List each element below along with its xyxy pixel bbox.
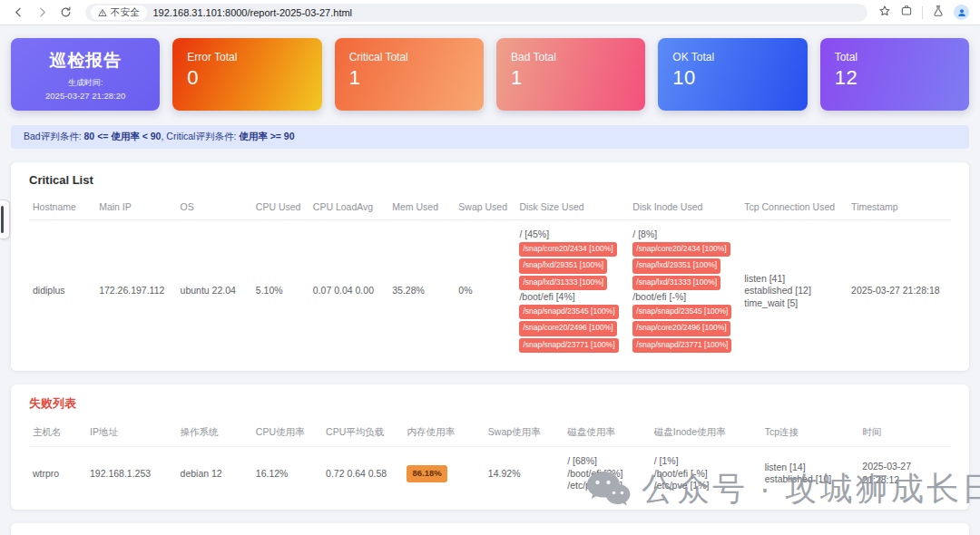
fail-list-title: 失败列表 — [29, 395, 951, 412]
ok-total-card: OK Total 10 — [658, 38, 807, 111]
note-bad-rule: 80 <= 使用率 < 90 — [84, 131, 162, 141]
cell-line: /snap/core20/2434 [100%] — [519, 241, 625, 258]
critical-list-panel: Critical List HostnameMain IPOSCPU UsedC… — [11, 162, 969, 371]
column-header: 磁盘Inode使用率 — [651, 419, 761, 447]
column-header: CPU平均负载 — [322, 419, 403, 447]
stat-label: Critical Total — [349, 51, 469, 63]
table-cell: 86.18% — [403, 447, 484, 499]
cell-line: /snap/core20/2496 [100%] — [519, 320, 625, 337]
note-middle: , Critical评判条件: — [161, 131, 239, 141]
column-header: Tcp连接 — [761, 419, 859, 447]
cell-line: established [10] — [765, 473, 856, 486]
stat-value: 0 — [187, 66, 307, 90]
bookmark-star-icon[interactable] — [878, 5, 891, 21]
back-icon[interactable] — [9, 4, 27, 22]
cell-line: /boot/efi [2%] — [567, 468, 647, 481]
table-cell: 0.72 0.64 0.58 — [322, 447, 403, 499]
error-total-card: Error Total 0 — [172, 38, 321, 111]
column-header: IP地址 — [86, 419, 177, 447]
forward-icon[interactable] — [33, 4, 51, 22]
stat-label: Total — [835, 51, 955, 63]
table-cell: 0% — [455, 220, 515, 361]
cell-line: /snap/snapd/23545 [100%] — [519, 304, 625, 321]
cell-line: /boot/efi [4%] — [519, 291, 625, 304]
stat-label: Bad Total — [511, 51, 631, 63]
success-list-panel: 成功列表 主机名IP地址操作系统CPU使用率CPU平均负载内存使用率Swap使用… — [11, 523, 969, 535]
generated-label: 生成时间: — [68, 77, 103, 89]
column-header: Timestamp — [848, 194, 951, 220]
table-row: wtrpro192.168.1.253debian 1216.12%0.72 0… — [29, 447, 951, 499]
cell-line: /snap/snapd/23545 [100%] — [632, 304, 737, 321]
column-header: CPU LoadAvg — [309, 194, 388, 220]
browser-toolbar: 不安全 192.168.31.101:8000/report-2025-03-2… — [0, 0, 980, 25]
fail-list-panel: 失败列表 主机名IP地址操作系统CPU使用率CPU平均负载内存使用率Swap使用… — [11, 384, 969, 510]
url-text: 192.168.31.101:8000/report-2025-03-27.ht… — [153, 7, 353, 18]
cell-line: /snap/snapd/23771 [100%] — [519, 337, 625, 355]
report-title-card: 巡检报告 生成时间: 2025-03-27 21:28:20 — [11, 38, 160, 111]
security-label: 不安全 — [111, 6, 140, 19]
column-header: OS — [177, 194, 252, 220]
table-cell: / [1%]/boot/efi [-%]/etc/pve [1%] — [651, 447, 761, 499]
mount-badge: /snap/lxd/31333 [100%] — [632, 276, 720, 291]
table-cell: 16.12% — [252, 447, 322, 499]
stat-value: 1 — [511, 66, 631, 90]
report-page: 巡检报告 生成时间: 2025-03-27 21:28:20 Error Tot… — [0, 25, 980, 535]
summary-cards: 巡检报告 生成时间: 2025-03-27 21:28:20 Error Tot… — [11, 38, 969, 111]
column-header: Main IP — [95, 194, 176, 220]
generated-time: 2025-03-27 21:28:20 — [45, 91, 125, 101]
mount-badge: /snap/snapd/23545 [100%] — [632, 305, 731, 320]
cell-line: / [1%] — [654, 455, 758, 468]
side-panel-icon[interactable] — [900, 5, 913, 21]
cell-line: /snap/lxd/29351 [100%] — [632, 258, 737, 275]
table-cell: 192.168.1.253 — [86, 447, 177, 499]
security-chip[interactable]: 不安全 — [91, 5, 147, 20]
stat-label: Error Total — [187, 51, 307, 63]
reload-icon[interactable] — [56, 4, 74, 22]
address-bar[interactable]: 不安全 192.168.31.101:8000/report-2025-03-2… — [85, 4, 867, 22]
column-header: 时间 — [858, 419, 951, 447]
note-critical-rule: 使用率 >= 90 — [239, 131, 294, 141]
cell-line: established [12] — [744, 285, 844, 297]
table-cell: 172.26.197.112 — [95, 220, 176, 361]
mount-badge: /snap/snapd/23771 [100%] — [519, 338, 618, 354]
column-header: Disk Size Used — [515, 194, 629, 220]
mount-badge: /snap/core20/2496 [100%] — [519, 321, 616, 336]
cell-line: listen [41] — [744, 273, 844, 286]
report-title: 巡检报告 — [49, 49, 122, 73]
profile-avatar[interactable] — [954, 5, 969, 20]
mount-badge: /snap/snapd/23771 [100%] — [632, 338, 731, 354]
cell-line: /boot/efi [-%] — [654, 468, 758, 481]
note-prefix: Bad评判条件: — [24, 131, 84, 141]
mount-badge: /snap/core20/2496 [100%] — [632, 321, 730, 336]
table-cell: 2025-03-27 21:28:18 — [848, 220, 951, 361]
cell-line: /etc/pve [1%] — [567, 480, 647, 492]
table-cell: / [45%]/snap/core20/2434 [100%]/snap/lxd… — [515, 220, 629, 361]
column-header: Tcp Connection Used — [740, 194, 848, 220]
stat-value: 12 — [835, 66, 955, 90]
side-pull-tab[interactable] — [0, 199, 10, 239]
cell-line: /snap/core20/2434 [100%] — [632, 241, 737, 258]
mount-badge: /snap/core20/2434 [100%] — [632, 242, 730, 258]
table-cell: 5.10% — [252, 220, 309, 361]
mount-badge: /snap/core20/2434 [100%] — [519, 242, 616, 258]
mount-badge: /snap/lxd/29351 [100%] — [519, 258, 607, 274]
column-header: Mem Used — [388, 194, 455, 220]
cell-line: / [45%] — [519, 229, 625, 241]
pull-tab-handle-icon — [1, 206, 4, 233]
column-header: Disk Inode Used — [629, 194, 740, 220]
toolbar-divider — [922, 6, 923, 19]
column-header: Hostname — [29, 194, 95, 220]
mount-badge: /snap/lxd/29351 [100%] — [632, 258, 720, 274]
critical-total-card: Critical Total 1 — [335, 38, 484, 111]
table-cell: 2025-03-27 21:28:12 — [858, 447, 951, 499]
beaker-icon[interactable] — [932, 5, 945, 21]
cell-line: /etc/pve [1%] — [654, 480, 758, 492]
cell-line: time_wait [5] — [744, 297, 844, 310]
cell-line: / [68%] — [567, 455, 647, 468]
mount-badge: /snap/lxd/31333 [100%] — [519, 276, 607, 291]
column-header: 内存使用率 — [403, 419, 484, 447]
cell-line: /snap/snapd/23771 [100%] — [632, 337, 737, 355]
column-header: Swap使用率 — [485, 419, 564, 447]
stat-label: OK Total — [672, 51, 792, 63]
table-cell: / [68%]/boot/efi [2%]/etc/pve [1%] — [564, 447, 651, 499]
